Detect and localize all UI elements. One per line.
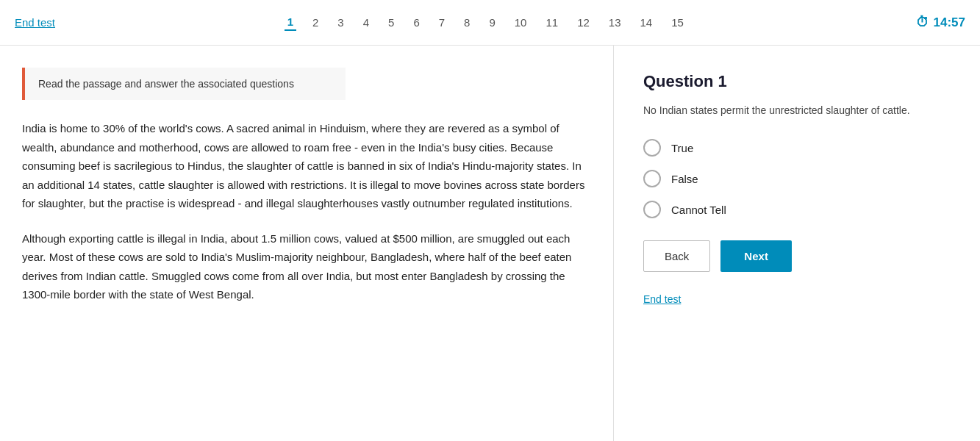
passage-paragraph-1: India is home to 30% of the world's cows… xyxy=(22,119,591,213)
option-true[interactable]: True xyxy=(643,139,951,157)
main-content: Read the passage and answer the associat… xyxy=(0,46,980,441)
radio-cannot-tell[interactable] xyxy=(643,201,661,218)
nav-num-12[interactable]: 12 xyxy=(574,15,593,30)
option-cannot-tell-label: Cannot Tell xyxy=(671,204,726,216)
instruction-box: Read the passage and answer the associat… xyxy=(22,68,346,100)
nav-num-7[interactable]: 7 xyxy=(436,15,448,30)
nav-num-4[interactable]: 4 xyxy=(360,15,372,30)
passage-panel: Read the passage and answer the associat… xyxy=(0,46,614,441)
header: End test 123456789101112131415 ⏱ 14:57 xyxy=(0,0,980,46)
nav-num-13[interactable]: 13 xyxy=(606,15,624,30)
nav-num-14[interactable]: 14 xyxy=(637,15,656,30)
timer-value: 14:57 xyxy=(934,15,965,30)
nav-num-2[interactable]: 2 xyxy=(310,15,321,30)
option-false-label: False xyxy=(671,173,698,185)
nav-num-9[interactable]: 9 xyxy=(486,15,498,30)
question-text: No Indian states permit the unrestricted… xyxy=(643,103,951,118)
nav-num-15[interactable]: 15 xyxy=(668,15,687,30)
back-button[interactable]: Back xyxy=(643,240,710,272)
nav-num-1[interactable]: 1 xyxy=(285,14,296,31)
passage-text: India is home to 30% of the world's cows… xyxy=(22,119,591,304)
button-row: Back Next xyxy=(643,240,951,272)
radio-false[interactable] xyxy=(643,170,661,187)
option-true-label: True xyxy=(671,142,693,154)
next-button[interactable]: Next xyxy=(720,240,792,272)
question-panel: Question 1 No Indian states permit the u… xyxy=(614,46,980,441)
passage-paragraph-2: Although exporting cattle is illegal in … xyxy=(22,229,591,304)
end-test-header-link[interactable]: End test xyxy=(15,16,55,29)
end-test-bottom-link[interactable]: End test xyxy=(643,293,681,305)
instruction-text: Read the passage and answer the associat… xyxy=(38,78,294,90)
question-title: Question 1 xyxy=(643,72,951,91)
option-cannot-tell[interactable]: Cannot Tell xyxy=(643,201,951,218)
nav-num-5[interactable]: 5 xyxy=(385,15,397,30)
timer: ⏱ 14:57 xyxy=(916,15,965,30)
timer-icon: ⏱ xyxy=(916,15,929,30)
nav-num-11[interactable]: 11 xyxy=(543,15,561,30)
nav-num-8[interactable]: 8 xyxy=(461,15,473,30)
nav-num-3[interactable]: 3 xyxy=(335,15,346,30)
option-false[interactable]: False xyxy=(643,170,951,187)
radio-true[interactable] xyxy=(643,139,661,157)
nav-num-6[interactable]: 6 xyxy=(410,15,422,30)
nav-num-10[interactable]: 10 xyxy=(512,15,530,30)
question-nav: 123456789101112131415 xyxy=(285,14,687,31)
